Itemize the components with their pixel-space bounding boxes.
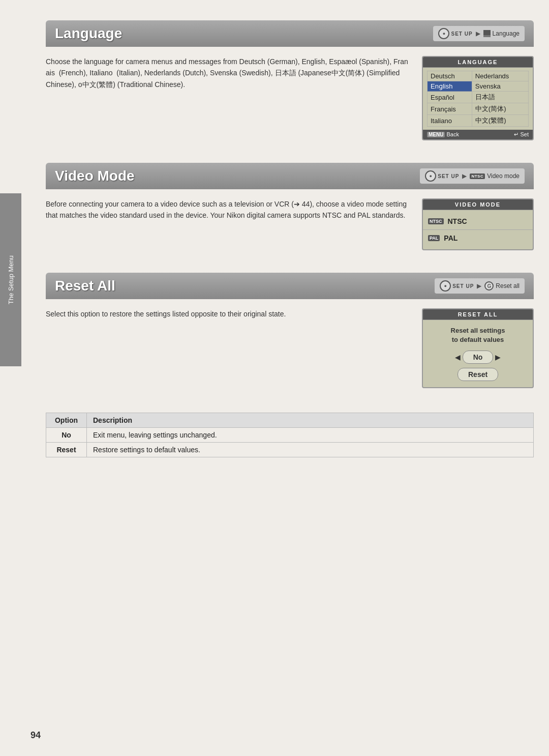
reset-panel: RESET ALL Reset all settingsto default v… xyxy=(422,308,534,388)
breadcrumb-arrow-video: ▶ xyxy=(462,172,467,180)
table-row: Deutsch Nederlands xyxy=(428,71,529,81)
video-mode-section-content: Before connecting your camera to a video… xyxy=(46,189,534,263)
option-no-desc: Exit menu, leaving settings unchanged. xyxy=(87,428,534,443)
video-mode-breadcrumb: ● SET UP ▶ NTSC Video mode xyxy=(420,168,525,184)
setup-text-reset: SET UP xyxy=(452,283,474,289)
reset-all-section-content: Select this option to restore the settin… xyxy=(46,299,534,400)
options-table: Option Description No Exit menu, leaving… xyxy=(46,413,534,457)
pal-badge: PAL xyxy=(428,235,440,241)
table-row: Italiano 中文(繁體) xyxy=(428,115,529,127)
flag-icon xyxy=(483,30,491,37)
setup-icon-language: ● xyxy=(438,28,449,39)
video-panel-body: NTSC NTSC PAL PAL xyxy=(423,210,533,249)
table-row: Français 中文(简体) xyxy=(428,103,529,115)
reset-selector: ◀ No ▶ xyxy=(428,351,528,364)
reset-all-breadcrumb: ● SET UP ▶ G Reset all xyxy=(435,278,525,294)
sidebar-label: The Setup Menu xyxy=(7,255,15,304)
svg-rect-1 xyxy=(483,35,491,37)
language-section-content: Choose the language for camera menus and… xyxy=(46,47,534,153)
main-content: Language ● SET UP ▶ Language Choose the … xyxy=(30,0,549,468)
table-row: Reset Restore settings to default values… xyxy=(46,443,534,457)
option-header: Option xyxy=(46,413,87,428)
language-panel: LANGUAGE Deutsch Nederlands Enɡlish Sven… xyxy=(422,56,534,140)
setup-text-language: SET UP xyxy=(451,31,472,37)
pal-option[interactable]: PAL PAL xyxy=(423,230,533,246)
lang-cell: 中文(繁體) xyxy=(472,115,528,127)
lang-cell: Español xyxy=(428,92,472,103)
language-panel-title: LANGUAGE xyxy=(423,57,533,68)
setup-badge-reset: ● SET UP xyxy=(440,280,474,292)
setup-icon-reset: ● xyxy=(440,280,451,292)
reset-breadcrumb-label: G Reset all xyxy=(484,281,520,290)
reset-button[interactable]: Reset xyxy=(458,368,498,381)
left-arrow-icon[interactable]: ◀ xyxy=(455,353,461,361)
set-label: ↵ Set xyxy=(514,131,529,138)
reset-subtitle: Reset all settingsto default values xyxy=(428,326,528,344)
option-reset-desc: Restore settings to default values. xyxy=(87,443,534,457)
lang-cell: Deutsch xyxy=(428,71,472,81)
lang-cell: Svenska xyxy=(472,81,528,92)
lang-cell: 日本語 xyxy=(472,92,528,103)
option-reset: Reset xyxy=(46,443,87,457)
video-mode-description: Before connecting your camera to a video… xyxy=(46,198,412,250)
setup-badge-language: ● SET UP xyxy=(438,28,472,39)
lang-cell: Français xyxy=(428,103,472,115)
setup-text-video: SET UP xyxy=(438,173,459,179)
language-section-header: Language ● SET UP ▶ Language xyxy=(46,20,534,47)
language-panel-footer: MENU Back ↵ Set xyxy=(423,130,533,139)
description-header: Description xyxy=(87,413,534,428)
ntsc-icon: NTSC xyxy=(470,173,485,179)
table-row: No Exit menu, leaving settings unchanged… xyxy=(46,428,534,443)
lang-cell: Italiano xyxy=(428,115,472,127)
menu-back-label: MENU Back xyxy=(427,131,459,138)
ntsc-label: NTSC xyxy=(448,217,467,225)
lang-cell: 中文(简体) xyxy=(472,103,528,115)
video-panel: VIDEO MODE NTSC NTSC PAL PAL xyxy=(422,198,534,250)
reset-all-title: Reset All xyxy=(55,278,115,294)
lang-cell-highlighted: Enɡlish xyxy=(428,81,472,92)
ntsc-badge: NTSC xyxy=(428,218,444,224)
table-row: Enɡlish Svenska xyxy=(428,81,529,92)
page-number: 94 xyxy=(30,730,41,741)
svg-rect-0 xyxy=(483,30,491,35)
ntsc-option[interactable]: NTSC NTSC xyxy=(423,213,533,230)
table-header-row: Option Description xyxy=(46,413,534,428)
right-arrow-icon[interactable]: ▶ xyxy=(495,353,501,361)
video-mode-title: Video Mode xyxy=(55,168,135,184)
setup-badge-video: ● SET UP xyxy=(425,170,459,182)
breadcrumb-arrow-language: ▶ xyxy=(476,30,480,37)
selector-value: No xyxy=(463,351,494,364)
reset-all-section-header: Reset All ● SET UP ▶ G Reset all xyxy=(46,273,534,299)
g-icon: G xyxy=(484,281,494,290)
option-no: No xyxy=(46,428,87,443)
video-breadcrumb-label: NTSC Video mode xyxy=(470,172,520,180)
menu-key: MENU xyxy=(427,132,445,137)
sidebar-tab: The Setup Menu xyxy=(0,193,21,366)
language-breadcrumb: ● SET UP ▶ Language xyxy=(433,26,525,41)
table-row: Español 日本語 xyxy=(428,92,529,103)
language-panel-body: Deutsch Nederlands Enɡlish Svenska Españ… xyxy=(423,68,533,130)
video-mode-section-header: Video Mode ● SET UP ▶ NTSC Video mode xyxy=(46,163,534,189)
setup-icon-video: ● xyxy=(425,170,436,182)
language-description: Choose the language for camera menus and… xyxy=(46,56,412,140)
video-panel-title: VIDEO MODE xyxy=(423,199,533,210)
language-title: Language xyxy=(55,25,122,42)
reset-all-description: Select this option to restore the settin… xyxy=(46,308,412,388)
language-table: Deutsch Nederlands Enɡlish Svenska Españ… xyxy=(427,71,529,127)
pal-label: PAL xyxy=(444,234,458,242)
lang-cell: Nederlands xyxy=(472,71,528,81)
reset-panel-title: RESET ALL xyxy=(423,309,533,320)
breadcrumb-arrow-reset: ▶ xyxy=(477,282,481,289)
reset-panel-body: Reset all settingsto default values ◀ No… xyxy=(423,320,533,387)
language-breadcrumb-label: Language xyxy=(483,30,520,37)
